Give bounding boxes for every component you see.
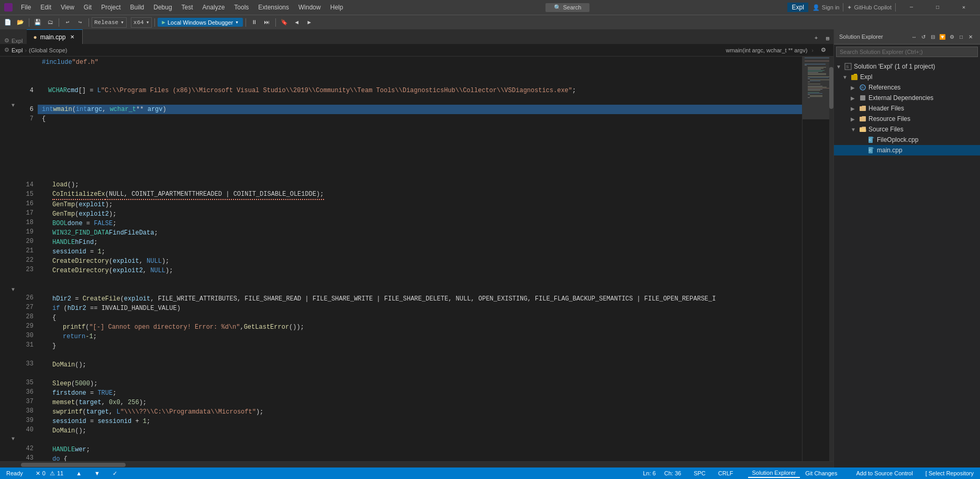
new-file-btn[interactable]: 📄 (2, 17, 14, 28)
status-add-source-control[interactable]: Add to Source Control (854, 467, 915, 479)
se-filter-btn[interactable]: 🔽 (938, 32, 946, 41)
undo-btn[interactable]: ↩ (62, 17, 73, 28)
menu-extensions[interactable]: Extensions (254, 3, 293, 12)
code-line: CreateDirectory(exploit2, NULL); (38, 266, 802, 275)
tree-project[interactable]: ▼ Expl (834, 72, 980, 82)
se-search-input[interactable] (836, 47, 978, 57)
code-editor-content[interactable]: #include "def.h" WCHAR cmd[] = L"C:\\Pro… (38, 57, 802, 461)
save-all-btn[interactable]: 🗂 (44, 17, 56, 28)
menu-project[interactable]: Project (97, 3, 125, 12)
code-line (38, 95, 802, 105)
menu-edit[interactable]: Edit (36, 3, 55, 12)
run-button[interactable]: ▶ Local Windows Debugger ▾ (158, 18, 243, 27)
platform-selector[interactable]: x64 ▾ (131, 17, 152, 28)
minimap-scrollbar-thumb[interactable] (829, 67, 833, 109)
code-editor[interactable]: ▼ ▼ (0, 57, 833, 461)
minimap-scrollbar[interactable] (829, 57, 833, 461)
toolbar-more[interactable]: ⏸ (249, 17, 260, 28)
se-collapse-btn[interactable]: ⊟ (929, 32, 937, 41)
status-nav-down[interactable]: ▼ (92, 467, 102, 479)
tree-arrow-resource: ▶ (851, 116, 857, 122)
menu-test[interactable]: Test (177, 3, 197, 12)
status-select-repository[interactable]: [ Select Repository (923, 467, 976, 479)
menu-tools[interactable]: Tools (230, 3, 253, 12)
tree-arrow-solution: ▼ (836, 64, 842, 70)
split-editor-btn[interactable]: ⊞ (822, 32, 833, 44)
code-line: firstdone = TRUE; (38, 388, 802, 398)
tab-main-cpp[interactable]: ● main.cpp ✕ (27, 29, 83, 44)
run-dropdown-icon: ▾ (235, 19, 239, 26)
menu-build[interactable]: Build (126, 3, 149, 12)
tree-main-cpp[interactable]: ▶ C main.cpp (834, 145, 980, 155)
config-selector[interactable]: Release ▾ (92, 17, 127, 28)
code-line: GenTmp(exploit); (38, 200, 802, 209)
se-refresh-btn[interactable]: ↺ (919, 32, 928, 41)
breadcrumb-symbol[interactable]: wmain(int argc, wchar_t ** argv) (726, 47, 807, 53)
maximize-button[interactable]: □ (926, 0, 950, 15)
status-errors[interactable]: ✕ 0 ⚠ 11 (34, 467, 65, 479)
status-ready[interactable]: Ready (4, 467, 25, 479)
menu-debug[interactable]: Debug (149, 3, 176, 12)
horizontal-scrollbar[interactable] (0, 461, 833, 467)
status-line-ending[interactable]: CRLF (716, 467, 736, 479)
navigate-forward[interactable]: ▶ (304, 17, 315, 28)
status-encoding[interactable]: SPC (692, 467, 708, 479)
se-header-actions: ↔ ↺ ⊟ 🔽 ⚙ □ ✕ (910, 32, 975, 41)
status-checkmark[interactable]: ✓ (110, 467, 119, 479)
close-button[interactable]: ✕ (952, 0, 976, 15)
menu-git[interactable]: Git (80, 3, 96, 12)
tree-arrow-references: ▶ (851, 85, 857, 91)
code-line: } (38, 341, 802, 351)
references-icon: R (859, 84, 866, 91)
menu-file[interactable]: File (17, 3, 35, 12)
tree-source-files[interactable]: ▼ Source Files (834, 124, 980, 135)
se-close-btn[interactable]: ✕ (966, 32, 975, 41)
menu-bar: File Edit View Git Project Build Debug T… (17, 3, 808, 12)
platform-dropdown-icon: ▾ (146, 19, 150, 26)
code-line: BOOL done = FALSE; (38, 219, 802, 228)
code-line: #include "def.h" (38, 58, 802, 67)
tree-solution[interactable]: ▼ S Solution 'Expl' (1 of 1 project) (834, 61, 980, 72)
error-icon: ✕ (36, 470, 40, 477)
save-btn[interactable]: 💾 (32, 17, 43, 28)
tree-fileoplock-cpp[interactable]: ▶ C FileOplock.cpp (834, 135, 980, 145)
new-tab-btn[interactable]: + (810, 32, 822, 44)
menu-analyze[interactable]: Analyze (198, 3, 229, 12)
bookmark-btn[interactable]: 🔖 (279, 17, 290, 28)
tree-header-files[interactable]: ▶ Header Files (834, 103, 980, 114)
tree-external-deps[interactable]: ▶ External Dependencies (834, 93, 980, 103)
status-nav-up[interactable]: ▲ (74, 467, 84, 479)
svg-text:C: C (869, 138, 872, 141)
menu-help[interactable]: Help (326, 3, 348, 12)
se-maximize-btn[interactable]: □ (957, 32, 965, 41)
menu-view[interactable]: View (57, 3, 79, 12)
tab-solution-explorer[interactable]: Solution Explorer (748, 469, 800, 478)
cpp-main-file-icon: C (867, 147, 875, 154)
tab-git-changes[interactable]: Git Changes (801, 469, 841, 477)
redo-btn[interactable]: ↪ (74, 17, 86, 28)
se-tree: ▼ S Solution 'Expl' (1 of 1 project) ▼ E… (834, 59, 980, 467)
toolbar: 📄 📂 💾 🗂 ↩ ↪ Release ▾ x64 ▾ ▶ Local Wind… (0, 15, 980, 29)
tree-resource-files[interactable]: ▶ Resource Files (834, 114, 980, 124)
menu-expl[interactable]: Expl (787, 3, 808, 12)
tree-references[interactable]: ▶ R References (834, 82, 980, 93)
menu-window[interactable]: Window (294, 3, 325, 12)
code-line: HANDLE wer; (38, 445, 802, 454)
project-icon (851, 73, 858, 81)
github-copilot[interactable]: ✦GitHub Copilot (847, 4, 892, 11)
search-box[interactable]: 🔍 Search (545, 3, 590, 12)
se-sync-btn[interactable]: ↔ (910, 32, 918, 41)
toolbar-step[interactable]: ⏭ (261, 17, 273, 28)
minimize-button[interactable]: ─ (899, 0, 923, 15)
sign-in[interactable]: 👤Sign in (812, 4, 840, 11)
status-position[interactable]: Ln: 6 Ch: 36 (641, 467, 683, 479)
open-btn[interactable]: 📂 (15, 17, 26, 28)
code-line: GenTmp(exploit2); (38, 209, 802, 219)
h-scrollbar-thumb[interactable] (21, 463, 126, 467)
breadcrumb-settings[interactable]: ⚙ (818, 44, 829, 56)
external-deps-icon (859, 94, 866, 102)
se-settings-btn[interactable]: ⚙ (948, 32, 956, 41)
tab-close-btn[interactable]: ✕ (69, 34, 76, 41)
navigate-back[interactable]: ◀ (291, 17, 303, 28)
code-line: return -1; (38, 332, 802, 341)
